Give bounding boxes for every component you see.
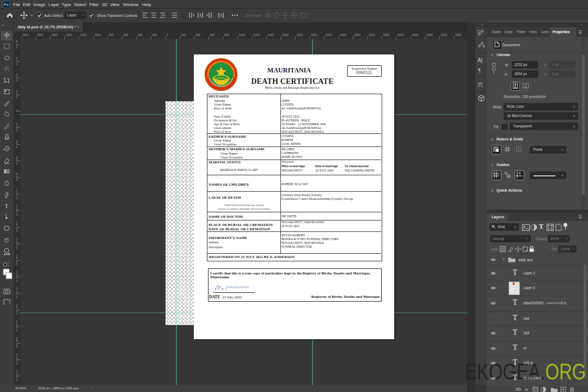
svg-text:1600: 1600 — [282, 33, 289, 36]
svg-text:T: T — [5, 203, 9, 209]
svg-text:1800: 1800 — [37, 33, 44, 36]
svg-text:1200: 1200 — [80, 33, 87, 36]
svg-text:3600: 3600 — [426, 33, 433, 36]
svg-text:1000: 1000 — [95, 33, 101, 36]
svg-text:2800: 2800 — [369, 33, 375, 36]
svg-text:200: 200 — [181, 33, 186, 36]
svg-text:¶: ¶ — [478, 68, 481, 73]
svg-text:3400: 3400 — [412, 33, 419, 36]
svg-text:4000: 4000 — [455, 33, 462, 36]
svg-text:3200: 3200 — [397, 33, 404, 36]
svg-text:600: 600 — [210, 33, 215, 36]
svg-text:200: 200 — [152, 33, 157, 36]
svg-text:1600: 1600 — [51, 33, 58, 36]
svg-text:1400: 1400 — [66, 33, 72, 36]
svg-text:1400: 1400 — [268, 33, 274, 36]
svg-text:1200: 1200 — [253, 33, 260, 36]
svg-text:3000: 3000 — [383, 33, 390, 36]
svg-text:1800: 1800 — [297, 33, 303, 36]
svg-text:0: 0 — [167, 33, 168, 36]
svg-text:2200: 2200 — [326, 33, 332, 36]
svg-text:400: 400 — [138, 33, 143, 36]
svg-text:fx: fx — [525, 387, 529, 392]
svg-text:2400: 2400 — [340, 33, 346, 36]
svg-text:2000: 2000 — [311, 33, 317, 36]
svg-text:800: 800 — [224, 33, 229, 36]
svg-text:800: 800 — [109, 33, 114, 36]
svg-text:2000: 2000 — [22, 33, 29, 36]
svg-text:400: 400 — [195, 33, 200, 36]
svg-text:A|: A| — [477, 57, 482, 63]
svg-text:穴: 穴 — [477, 82, 483, 88]
svg-text:1000: 1000 — [239, 33, 246, 36]
svg-text:3800: 3800 — [441, 33, 448, 36]
svg-text:2600: 2600 — [354, 33, 361, 36]
svg-text:3D Mode:: 3D Mode: — [246, 14, 262, 17]
svg-text:600: 600 — [124, 33, 128, 36]
